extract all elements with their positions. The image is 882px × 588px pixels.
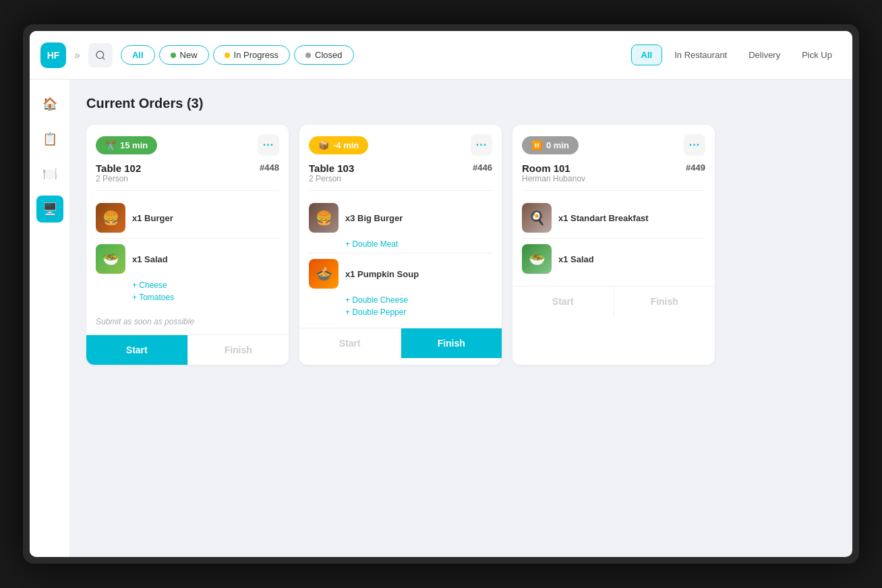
card-actions-3: Start Finish <box>512 286 715 316</box>
more-button-1[interactable]: ··· <box>258 134 279 156</box>
orders-grid: ✂️ 15 min ··· Table 102 2 Person #448 <box>86 125 836 365</box>
right-tab-pickup[interactable]: Pick Up <box>792 45 842 65</box>
start-button-2[interactable]: Start <box>299 328 401 358</box>
person-count-2: 2 Person <box>309 174 354 183</box>
item-extras-2-1: + Double Meat <box>299 238 502 253</box>
timer-icon-2: 📦 <box>318 140 329 150</box>
order-card-2: 📦 -4 min ··· Table 103 2 Person #446 <box>299 125 502 365</box>
order-card-1: ✂️ 15 min ··· Table 102 2 Person #448 <box>86 125 289 365</box>
item-image-salad2: 🥗 <box>522 244 552 274</box>
filter-tab-new[interactable]: New <box>159 45 209 65</box>
finish-button-1[interactable]: Finish <box>188 335 289 365</box>
timer-badge-3: ⏸️ 0 min <box>522 136 579 154</box>
sidebar-icon-menu[interactable]: 🍽️ <box>36 160 63 187</box>
timer-badge-1: ✂️ 15 min <box>96 136 157 154</box>
list-item: 🍳 x1 Standart Breakfast <box>512 198 715 238</box>
timer-icon-3: ⏸️ <box>531 140 542 150</box>
right-tab-delivery[interactable]: Delivery <box>739 45 790 65</box>
right-tab-in-restaurant[interactable]: In Restaurant <box>665 45 736 65</box>
timer-icon-1: ✂️ <box>105 140 116 150</box>
finish-button-2[interactable]: Finish <box>401 328 502 358</box>
filter-tab-all[interactable]: All <box>121 45 155 65</box>
sidebar-icon-orders[interactable]: 📋 <box>36 125 63 152</box>
start-button-1[interactable]: Start <box>86 335 187 365</box>
card-header-2: 📦 -4 min ··· <box>299 125 502 163</box>
right-tabs: All In Restaurant Delivery Pick Up <box>631 45 842 65</box>
extra-double-pepper: + Double Pepper <box>345 306 502 318</box>
card-actions-1: Start Finish <box>86 334 289 365</box>
item-image-big-burger: 🍔 <box>309 203 339 233</box>
extra-double-cheese: + Double Cheese <box>345 294 502 306</box>
item-name-3-1: x1 Standart Breakfast <box>558 213 649 223</box>
more-button-2[interactable]: ··· <box>471 134 492 156</box>
item-extras-1-2: + Cheese + Tomatoes <box>86 279 289 306</box>
item-image-breakfast: 🍳 <box>522 203 552 233</box>
search-button[interactable] <box>88 43 113 67</box>
card-items-1: 🍔 x1 Burger 🥗 x1 Salad + Cheese + Tomato… <box>86 191 289 313</box>
extra-cheese: + Cheese <box>132 279 289 291</box>
order-num-2: #446 <box>473 163 492 173</box>
card-items-3: 🍳 x1 Standart Breakfast 🥗 x1 Salad <box>512 191 715 286</box>
logo: HF <box>40 42 66 68</box>
right-tab-all[interactable]: All <box>631 45 663 65</box>
table-name-2: Table 103 <box>309 163 354 174</box>
screen: HF » All New In Progress Cl <box>23 24 859 564</box>
item-image-burger: 🍔 <box>96 203 125 233</box>
order-num-3: #449 <box>686 163 705 173</box>
list-item: 🍔 x3 Big Burger <box>299 198 502 238</box>
extra-tomatoes: + Tomatoes <box>132 291 289 303</box>
card-items-2: 🍔 x3 Big Burger + Double Meat 🍲 x1 Pumpk… <box>299 191 502 328</box>
dot-closed <box>305 53 311 58</box>
order-num-1: #448 <box>260 163 279 173</box>
item-name-2-2: x1 Pumpkin Soup <box>345 269 419 279</box>
item-extras-2-2: + Double Cheese + Double Pepper <box>299 294 502 321</box>
card-info-1: Table 102 2 Person #448 <box>86 163 289 190</box>
list-item: 🍲 x1 Pumpkin Soup <box>299 254 502 294</box>
dot-new <box>171 53 176 58</box>
card-info-3: Room 101 Herman Hubanov #449 <box>512 163 715 190</box>
item-image-soup: 🍲 <box>309 259 339 289</box>
list-item: 🍔 x1 Burger <box>86 198 289 238</box>
person-count-1: 2 Person <box>96 174 141 183</box>
card-actions-2: Start Finish <box>299 328 502 358</box>
page-title: Current Orders (3) <box>86 96 836 111</box>
order-card-3: ⏸️ 0 min ··· Room 101 Herman Hubanov #44… <box>512 125 715 365</box>
start-button-3[interactable]: Start <box>512 287 614 316</box>
main-content: 🏠 📋 🍽️ 🖥️ Current Orders (3) ✂️ 15 min <box>30 80 852 557</box>
sidebar-icon-pos[interactable]: 🖥️ <box>36 196 63 223</box>
dot-in-progress <box>225 53 230 58</box>
filter-tabs: All New In Progress Closed <box>121 45 354 65</box>
item-image-salad: 🥗 <box>96 244 125 274</box>
person-count-3: Herman Hubanov <box>522 174 585 183</box>
timer-value-3: 0 min <box>546 140 569 150</box>
list-item: 🥗 x1 Salad <box>86 239 289 279</box>
content-area: Current Orders (3) ✂️ 15 min ··· <box>70 80 852 557</box>
item-name-1-2: x1 Salad <box>132 254 168 264</box>
sidebar: 🏠 📋 🍽️ 🖥️ <box>30 80 70 557</box>
list-item: 🥗 x1 Salad <box>512 239 715 279</box>
extra-double-meat: + Double Meat <box>345 238 502 250</box>
finish-button-3[interactable]: Finish <box>614 287 715 316</box>
item-name-2-1: x3 Big Burger <box>345 213 403 223</box>
expand-icon[interactable]: » <box>74 49 80 61</box>
card-header-1: ✂️ 15 min ··· <box>86 125 289 163</box>
svg-point-0 <box>96 51 104 59</box>
top-bar: HF » All New In Progress Cl <box>30 31 852 80</box>
app-window: HF » All New In Progress Cl <box>30 31 852 557</box>
item-name-3-2: x1 Salad <box>558 254 594 264</box>
timer-badge-2: 📦 -4 min <box>309 136 368 154</box>
filter-tab-closed[interactable]: Closed <box>294 45 353 65</box>
sidebar-icon-home[interactable]: 🏠 <box>36 90 63 117</box>
item-name-1-1: x1 Burger <box>132 213 173 223</box>
card-info-2: Table 103 2 Person #446 <box>299 163 502 190</box>
timer-value-2: -4 min <box>333 140 359 150</box>
timer-value-1: 15 min <box>120 140 148 150</box>
table-name-1: Table 102 <box>96 163 141 174</box>
card-header-3: ⏸️ 0 min ··· <box>512 125 715 163</box>
filter-tab-in-progress[interactable]: In Progress <box>213 45 290 65</box>
card-note-1: Submit as soon as possible <box>86 313 289 334</box>
table-name-3: Room 101 <box>522 163 585 174</box>
more-button-3[interactable]: ··· <box>684 134 705 156</box>
